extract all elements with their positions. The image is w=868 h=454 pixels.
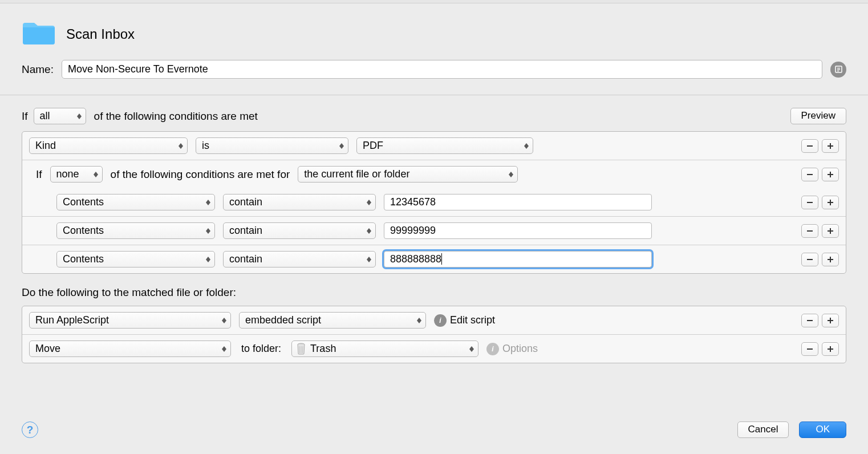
- remove-condition-button[interactable]: [801, 253, 818, 266]
- actions-intro: Do the following to the matched file or …: [22, 286, 846, 299]
- edit-script-link[interactable]: i Edit script: [434, 314, 495, 327]
- script-select[interactable]: embedded script: [239, 312, 426, 329]
- notes-button[interactable]: [830, 62, 846, 78]
- stepper-icon: [205, 200, 211, 205]
- add-condition-button[interactable]: [822, 224, 839, 238]
- name-row: Name:: [0, 54, 868, 95]
- rule-name-input[interactable]: [62, 60, 822, 79]
- stepper-icon: [366, 228, 372, 234]
- conditions-suffix: of the following conditions are met: [94, 110, 258, 123]
- options-link[interactable]: i Options: [486, 343, 538, 355]
- nested-condition-row: Contents contain: [22, 188, 846, 217]
- conditions-box: Kind is PDF If: [22, 131, 846, 274]
- operator-select[interactable]: is: [196, 137, 348, 154]
- stepper-icon: [524, 143, 529, 149]
- stepper-icon: [366, 257, 372, 262]
- attribute-select[interactable]: Contents: [56, 194, 215, 210]
- attribute-select[interactable]: Contents: [56, 222, 215, 239]
- stepper-icon: [366, 200, 372, 205]
- stepper-icon: [469, 346, 474, 352]
- action-row: Move to folder: Trash i Options: [22, 335, 846, 363]
- condition-row: Kind is PDF: [22, 132, 846, 160]
- actions-box: Run AppleScript embedded script i Edit s…: [22, 306, 846, 363]
- remove-action-button[interactable]: [801, 342, 818, 356]
- stepper-icon: [339, 143, 344, 149]
- add-action-button[interactable]: [822, 314, 839, 327]
- ok-button[interactable]: OK: [799, 421, 846, 438]
- nested-condition-row: Contents contain: [22, 217, 846, 245]
- remove-action-button[interactable]: [801, 314, 818, 327]
- name-label: Name:: [22, 63, 54, 76]
- nested-mode-select[interactable]: none: [50, 166, 103, 183]
- stepper-icon: [76, 114, 82, 119]
- svg-line-24: [299, 346, 300, 353]
- svg-text:i: i: [439, 317, 441, 324]
- stepper-icon: [93, 172, 99, 177]
- nested-middle-label: of the following conditions are met for: [111, 168, 290, 181]
- stepper-icon: [205, 257, 211, 262]
- cancel-button[interactable]: Cancel: [737, 421, 789, 438]
- value-input[interactable]: [384, 194, 652, 210]
- header: Scan Inbox: [0, 3, 868, 54]
- nested-condition-row: Contents contain 888888888: [22, 245, 846, 273]
- svg-text:i: i: [492, 346, 494, 352]
- destination-select[interactable]: Trash: [291, 340, 478, 357]
- info-icon: i: [434, 314, 447, 327]
- remove-condition-button[interactable]: [801, 196, 818, 209]
- add-action-button[interactable]: [822, 342, 839, 356]
- value-input[interactable]: [384, 222, 652, 239]
- match-mode-select[interactable]: all: [34, 108, 86, 124]
- trash-icon: [295, 342, 307, 355]
- if-label: If: [22, 110, 28, 123]
- operator-select[interactable]: contain: [223, 194, 376, 210]
- stepper-icon: [508, 172, 514, 177]
- add-condition-button[interactable]: [822, 139, 839, 153]
- value-input[interactable]: 888888888: [384, 251, 652, 267]
- operator-select[interactable]: contain: [223, 222, 376, 239]
- value-select[interactable]: PDF: [356, 137, 533, 154]
- add-condition-button[interactable]: [822, 196, 839, 209]
- footer: ? Cancel OK: [0, 411, 868, 454]
- nested-if-label: If: [36, 168, 42, 181]
- match-mode-value: all: [40, 110, 50, 122]
- remove-condition-button[interactable]: [801, 168, 818, 181]
- conditions-section: If all of the following conditions are m…: [0, 95, 868, 363]
- add-condition-button[interactable]: [822, 253, 839, 266]
- action-select[interactable]: Run AppleScript: [29, 312, 231, 329]
- preview-button[interactable]: Preview: [790, 108, 846, 124]
- rule-editor-window: Scan Inbox Name: If all of the following…: [0, 0, 868, 454]
- attribute-select[interactable]: Contents: [56, 251, 215, 267]
- stepper-icon: [178, 143, 184, 149]
- help-button[interactable]: ?: [22, 421, 38, 438]
- scope-select[interactable]: the current file or folder: [298, 166, 518, 183]
- add-condition-button[interactable]: [822, 168, 839, 181]
- attribute-select[interactable]: Kind: [29, 137, 188, 154]
- stepper-icon: [221, 318, 227, 323]
- folder-title: Scan Inbox: [66, 26, 135, 42]
- nested-condition-header: If none of the following conditions are …: [22, 160, 846, 188]
- action-row: Run AppleScript embedded script i Edit s…: [22, 306, 846, 335]
- stepper-icon: [416, 318, 422, 323]
- conditions-header: If all of the following conditions are m…: [22, 108, 846, 124]
- operator-select[interactable]: contain: [223, 251, 376, 267]
- to-folder-label: to folder:: [241, 343, 281, 355]
- svg-line-26: [303, 346, 303, 353]
- stepper-icon: [221, 346, 227, 352]
- action-select[interactable]: Move: [29, 340, 231, 357]
- remove-condition-button[interactable]: [801, 139, 818, 153]
- folder-icon: [22, 19, 56, 48]
- info-icon: i: [486, 343, 499, 355]
- stepper-icon: [205, 228, 211, 234]
- remove-condition-button[interactable]: [801, 224, 818, 238]
- text-cursor: [441, 253, 442, 265]
